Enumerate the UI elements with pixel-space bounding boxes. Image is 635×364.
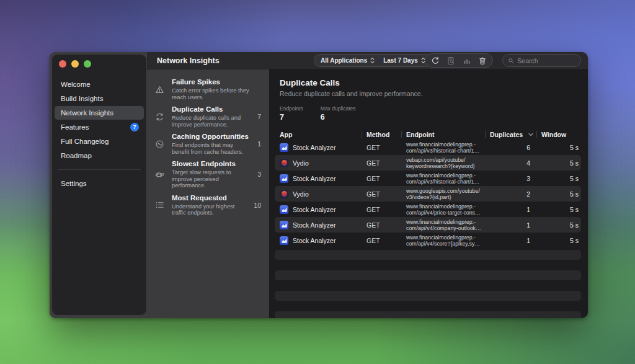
- table-row[interactable]: Stock AnalyzerGETwww.financialmodelingpr…: [275, 171, 581, 186]
- time-range-dropdown[interactable]: Last 7 Days: [383, 57, 425, 64]
- duplicates-cell: 3: [485, 175, 536, 182]
- endpoint-cell: www.financialmodelingprep.- com/api/v3/h…: [401, 172, 485, 185]
- window-controls: [52, 55, 146, 68]
- app-cell: Stock Analyzer: [275, 143, 362, 152]
- insight-title: Caching Opportunities: [172, 133, 252, 141]
- insight-count: 3: [252, 171, 269, 178]
- method-cell: GET: [362, 206, 401, 213]
- sidebar-item-settings[interactable]: Settings: [55, 177, 144, 190]
- empty-row-stripe: [275, 291, 581, 301]
- stock-analyzer-icon: [280, 236, 288, 245]
- minimize-button[interactable]: [71, 60, 79, 68]
- window-cell: 5 s: [536, 159, 581, 167]
- filter-group: All Applications Last 7 Days: [314, 54, 432, 67]
- empty-row-stripe: [275, 311, 581, 318]
- stat-max-duplicates: Max duplicates 6: [321, 105, 356, 122]
- zoom-button[interactable]: [84, 60, 91, 68]
- column-label: Method: [366, 131, 389, 138]
- column-header-duplicates[interactable]: Duplicates: [485, 129, 536, 140]
- insight-description: Target slow requests to improve perceive…: [172, 169, 252, 189]
- count-badge: 7: [130, 123, 139, 131]
- delete-button[interactable]: [476, 55, 489, 67]
- app-name: Stock Analyzer: [293, 221, 335, 229]
- app-name: Vydio: [293, 190, 309, 198]
- endpoint-cell: www.googleapis.com/youtube/ v3/videos?{i…: [401, 188, 485, 200]
- sidebar-item-label: Build Insights: [61, 92, 103, 105]
- insight-item-slowest-endpoints[interactable]: Slowest EndpointsTarget slow requests to…: [147, 158, 269, 192]
- vydio-icon: [280, 190, 288, 198]
- insight-title: Duplicate Calls: [172, 105, 252, 113]
- insight-description: Catch error spikes before they reach use…: [172, 87, 252, 100]
- document-search-icon: [446, 56, 455, 65]
- table-header: AppMethodEndpointDuplicatesWindow: [275, 129, 581, 140]
- sidebar-item-full-changelog[interactable]: Full Changelog: [55, 135, 144, 148]
- sidebar-item-features[interactable]: Features7: [55, 120, 144, 134]
- duplicates-cell: 6: [485, 144, 536, 151]
- table-row[interactable]: VydioGETwww.googleapis.com/youtube/ v3/v…: [275, 186, 581, 202]
- time-range-label: Last 7 Days: [383, 57, 418, 64]
- report-button[interactable]: [445, 55, 457, 67]
- column-header-method[interactable]: Method: [362, 129, 401, 140]
- detail-title: Duplicate Calls: [280, 78, 581, 87]
- updown-chevron-icon: [370, 57, 375, 64]
- close-button[interactable]: [59, 60, 66, 68]
- list-icon: [147, 200, 172, 210]
- endpoint-cell: vebapi.com/api/youtube/ keywordresearch?…: [401, 157, 485, 169]
- sidebar: WelcomeBuild InsightsNetwork InsightsFea…: [52, 55, 146, 315]
- trash-icon: [478, 56, 487, 65]
- endpoint-cell: www.financialmodelingprep.- com/api/v4/p…: [401, 203, 485, 216]
- search-icon: [508, 57, 514, 64]
- insight-description: Reduce duplicate calls and improve perfo…: [172, 115, 252, 128]
- bar-chart-icon: [463, 56, 471, 65]
- insight-description: Find endpoints that may benefit from cac…: [172, 142, 252, 155]
- page-title: Network Insights: [147, 56, 220, 65]
- duplicates-cell: 1: [485, 237, 536, 244]
- sidebar-item-welcome[interactable]: Welcome: [55, 78, 144, 91]
- column-header-endpoint[interactable]: Endpoint: [401, 129, 485, 140]
- insight-item-duplicate-calls[interactable]: Duplicate CallsReduce duplicate calls an…: [147, 103, 269, 130]
- applications-filter-dropdown[interactable]: All Applications: [321, 57, 375, 64]
- refresh-button[interactable]: [429, 55, 442, 67]
- table-row[interactable]: VydioGETvebapi.com/api/youtube/ keywordr…: [275, 155, 581, 171]
- method-cell: GET: [362, 237, 401, 244]
- app-cell: Stock Analyzer: [275, 236, 362, 245]
- method-cell: GET: [362, 190, 401, 198]
- stat-label: Endpoints: [280, 105, 303, 112]
- stock-analyzer-icon: [280, 205, 288, 214]
- insight-title: Most Requested: [172, 194, 252, 202]
- sidebar-item-label: Settings: [61, 177, 87, 190]
- sidebar-frame: WelcomeBuild InsightsNetwork InsightsFea…: [50, 52, 147, 318]
- sidebar-item-label: Full Changelog: [61, 135, 109, 148]
- table-row[interactable]: Stock AnalyzerGETwww.financialmodelingpr…: [275, 217, 581, 233]
- window-cell: 5 s: [536, 237, 581, 244]
- app-cell: Vydio: [275, 190, 362, 198]
- insight-item-failure-spikes[interactable]: Failure SpikesCatch error spikes before …: [147, 76, 269, 103]
- search-input[interactable]: [517, 57, 575, 64]
- sidebar-item-network-insights[interactable]: Network Insights: [55, 106, 144, 120]
- search-field[interactable]: [502, 54, 581, 67]
- sidebar-divider: [58, 169, 141, 170]
- chart-button[interactable]: [461, 55, 473, 67]
- duplicates-table: AppMethodEndpointDuplicatesWindow Stock …: [275, 129, 581, 318]
- table-row[interactable]: Stock AnalyzerGETwww.financialmodelingpr…: [275, 233, 581, 248]
- insight-item-caching-opportunities[interactable]: Caching OpportunitiesFind endpoints that…: [147, 130, 269, 158]
- table-row[interactable]: Stock AnalyzerGETwww.financialmodelingpr…: [275, 140, 581, 155]
- insight-title: Slowest Endpoints: [172, 160, 252, 168]
- turtle-icon: [147, 170, 172, 179]
- empty-row-stripe: [275, 270, 581, 280]
- insight-item-most-requested[interactable]: Most RequestedUnderstand your highest tr…: [147, 192, 269, 219]
- duplicate-icon: [147, 112, 172, 122]
- column-header-window[interactable]: Window: [536, 129, 581, 140]
- column-header-app[interactable]: App: [275, 129, 362, 140]
- table-row[interactable]: Stock AnalyzerGETwww.financialmodelingpr…: [275, 202, 581, 217]
- stock-analyzer-icon: [280, 221, 288, 229]
- sidebar-item-build-insights[interactable]: Build Insights: [55, 92, 144, 105]
- stat-value: 7: [280, 113, 303, 122]
- window-cell: 5 s: [536, 221, 581, 229]
- app-name: Stock Analyzer: [293, 237, 335, 244]
- column-label: Endpoint: [406, 131, 435, 138]
- main-panel: Duplicate Calls Reduce duplicate calls a…: [269, 69, 588, 318]
- app-name: Stock Analyzer: [293, 144, 335, 151]
- sidebar-item-label: Features: [61, 120, 89, 134]
- sidebar-item-roadmap[interactable]: Roadmap: [55, 149, 144, 162]
